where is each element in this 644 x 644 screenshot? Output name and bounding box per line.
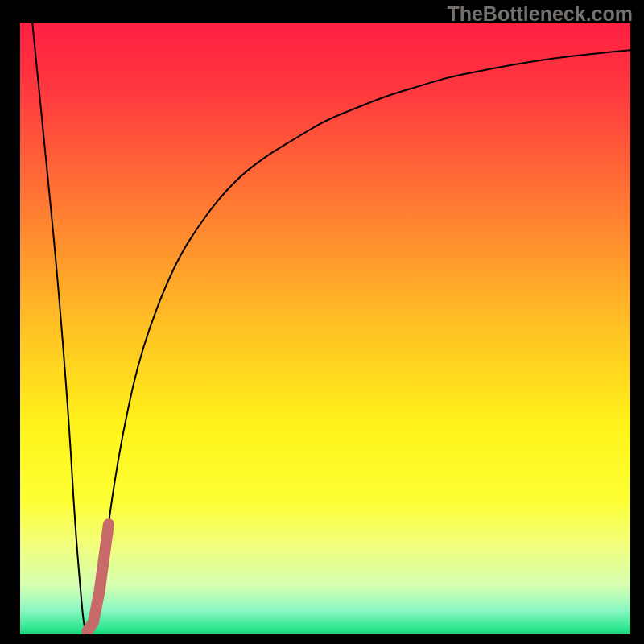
highlight-segment-path xyxy=(87,524,108,631)
plot-area xyxy=(20,23,630,634)
bottleneck-curve-path xyxy=(32,23,630,630)
curve-layer xyxy=(20,23,630,634)
chart-frame: { "watermark": { "text": "TheBottleneck.… xyxy=(0,0,644,644)
watermark-text: TheBottleneck.com xyxy=(447,2,633,26)
